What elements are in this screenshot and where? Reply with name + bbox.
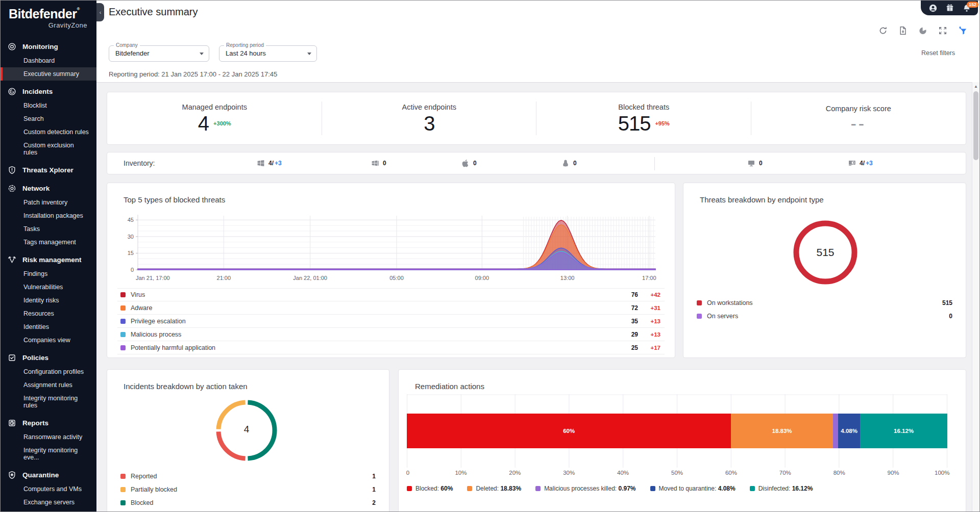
threat-legend-row-privilege-escalation: Privilege escalation35+13 — [117, 315, 665, 328]
inventory-item-linux[interactable]: 0 — [561, 159, 577, 167]
svg-text:09:00: 09:00 — [475, 275, 489, 281]
sidebar-item-identity-risks[interactable]: Identity risks — [1, 294, 96, 307]
sidebar-item-integrity-monitoring-rules[interactable]: Integrity monitoring rules — [1, 392, 96, 412]
legend-swatch — [120, 292, 126, 297]
sidebar-section-risk-management[interactable]: Risk management — [1, 252, 96, 267]
sidebar-section-monitoring[interactable]: Monitoring — [1, 39, 96, 54]
sidebar-section-incidents[interactable]: Incidents — [1, 84, 96, 99]
sidebar-section-policies[interactable]: Policies — [1, 350, 96, 365]
sidebar-section-label: Threats Xplorer — [22, 166, 74, 174]
sidebar-item-search[interactable]: Search — [1, 112, 96, 125]
filter-icon[interactable] — [958, 26, 967, 35]
sidebar-item-patch-inventory[interactable]: Patch inventory — [1, 196, 96, 209]
inventory-item-apple[interactable]: 0 — [461, 159, 477, 167]
sidebar-section-label: Monitoring — [22, 43, 58, 50]
sidebar-item-custom-detection-rules[interactable]: Custom detection rules — [1, 125, 96, 139]
incidents-by-action-legend: Reported1Partially blocked1Blocked2 — [120, 470, 376, 509]
sidebar-section-quarantine[interactable]: Quarantine — [1, 468, 96, 482]
company-select[interactable]: Company Bitdefender — [109, 45, 209, 62]
monitoring-icon — [8, 42, 16, 51]
sidebar-item-exchange-servers[interactable]: Exchange servers — [1, 496, 96, 509]
axis-tick-label: 60% — [725, 470, 737, 476]
inventory-item-windows-server[interactable]: 0 — [371, 159, 386, 167]
stat-delta: +95% — [655, 120, 669, 126]
threat-name: Virus — [131, 291, 615, 298]
sidebar-item-configuration-profiles[interactable]: Configuration profiles — [1, 365, 96, 378]
segment-label: 60% — [563, 428, 575, 434]
sidebar-item-installation-packages[interactable]: Installation packages — [1, 209, 96, 222]
expand-icon[interactable] — [938, 26, 947, 35]
inventory-delta: +3 — [866, 160, 873, 167]
inventory-count: 0 — [573, 160, 577, 167]
segment-value: 1 — [372, 486, 376, 493]
user-icon[interactable] — [929, 4, 937, 12]
stat-value: 4 — [198, 113, 209, 134]
legend-swatch — [120, 319, 126, 324]
sidebar-collapse-button[interactable]: ‹ — [96, 3, 104, 21]
workstation-icon — [747, 159, 755, 167]
refresh-icon[interactable] — [878, 26, 888, 35]
sidebar-item-computers-and-vms[interactable]: Computers and VMs — [1, 482, 96, 496]
scrollbar-thumb[interactable] — [973, 91, 978, 160]
pie-chart-icon[interactable] — [918, 26, 927, 35]
sidebar-item-blocklist[interactable]: Blocklist — [1, 99, 96, 112]
sidebar-item-vulnerabilities[interactable]: Vulnerabilities — [1, 280, 96, 294]
sidebar: Bitdefender® GravityZone MonitoringDashb… — [1, 1, 96, 511]
reporting-period-select[interactable]: Reporting period Last 24 hours — [219, 45, 317, 62]
legend-swatch — [120, 332, 126, 337]
axis-tick-label: 70% — [779, 470, 791, 476]
sidebar-section-reports[interactable]: Reports — [1, 416, 96, 430]
sidebar-item-ransomware-activity[interactable]: Ransomware activity — [1, 430, 96, 444]
bell-icon[interactable]: 152 — [963, 4, 971, 12]
legend-text: Disinfected: 16.12% — [758, 485, 813, 492]
remediation-legend-malicious-processes-killed: Malicious processes killed: 0.97% — [535, 485, 635, 492]
svg-text:0: 0 — [131, 267, 134, 273]
svg-text:Jan 22, 01:00: Jan 22, 01:00 — [293, 275, 327, 281]
sidebar-item-resources[interactable]: Resources — [1, 307, 96, 320]
threat-legend-row-adware: Adware72+31 — [117, 301, 665, 315]
svg-text:05:00: 05:00 — [389, 275, 404, 281]
sidebar-item-integrity-monitoring-eve[interactable]: Integrity monitoring eve... — [1, 444, 96, 464]
axis-tick-label: 50% — [671, 470, 683, 476]
sidebar-item-assignment-rules[interactable]: Assignment rules — [1, 378, 96, 392]
inventory-item-workstation[interactable]: 0 — [747, 159, 763, 167]
threat-count: 35 — [615, 318, 638, 325]
axis-tick-label: 100% — [935, 470, 949, 476]
svg-text:21:00: 21:00 — [217, 275, 231, 281]
incident-legend-row-partially-blocked: Partially blocked1 — [120, 483, 376, 496]
sidebar-item-identities[interactable]: Identities — [1, 320, 96, 334]
legend-swatch — [697, 314, 702, 319]
sidebar-item-findings[interactable]: Findings — [1, 267, 96, 280]
threat-name: Malicious process — [131, 331, 615, 338]
sidebar-section-network[interactable]: Network — [1, 181, 96, 196]
gift-icon[interactable] — [946, 4, 954, 12]
endpoint-legend-row-on-servers: On servers0 — [697, 310, 952, 323]
remediation-actions-legend: Blocked: 60%Deleted: 18.83%Malicious pro… — [407, 485, 813, 492]
network-icon — [8, 184, 16, 193]
sidebar-item-tags-management[interactable]: Tags management — [1, 236, 96, 249]
logo-product: GravityZone — [9, 21, 87, 29]
sidebar-item-executive-summary[interactable]: Executive summary — [1, 67, 96, 81]
stat-label: Managed endpoints — [182, 103, 247, 111]
sidebar-section-threats-xplorer[interactable]: Threats Xplorer — [1, 163, 96, 177]
sidebar-item-custom-exclusion-rules[interactable]: Custom exclusion rules — [1, 139, 96, 159]
topbar: 152 — [921, 1, 978, 15]
scrollbar-up-arrow[interactable]: ▲ — [972, 82, 979, 90]
threat-legend-row-potentially-harmful-application: Potentially harmful application25+17 — [117, 341, 665, 354]
segment-value: 0 — [949, 313, 952, 320]
sidebar-item-companies-view[interactable]: Companies view — [1, 334, 96, 347]
page-scrollbar[interactable]: ▲ — [972, 82, 979, 511]
inventory-item-windows[interactable]: 4/+3 — [257, 159, 282, 167]
inventory-item-virtual-machine[interactable]: 4/+3 — [848, 159, 873, 167]
export-report-icon[interactable] — [898, 26, 908, 35]
threat-legend-row-malicious-process: Malicious process29+13 — [117, 328, 665, 341]
sidebar-item-tasks[interactable]: Tasks — [1, 222, 96, 236]
remediation-segment-malicious-processes-killed — [833, 414, 838, 448]
legend-swatch — [120, 487, 126, 492]
segment-name: Reported — [131, 473, 372, 480]
stat-delta: +300% — [213, 120, 231, 126]
sidebar-item-dashboard[interactable]: Dashboard — [1, 54, 96, 67]
reset-filters-link[interactable]: Reset filters — [921, 49, 955, 57]
axis-tick-label: 40% — [617, 470, 629, 476]
gravityzone-app: Bitdefender® GravityZone MonitoringDashb… — [0, 0, 980, 512]
